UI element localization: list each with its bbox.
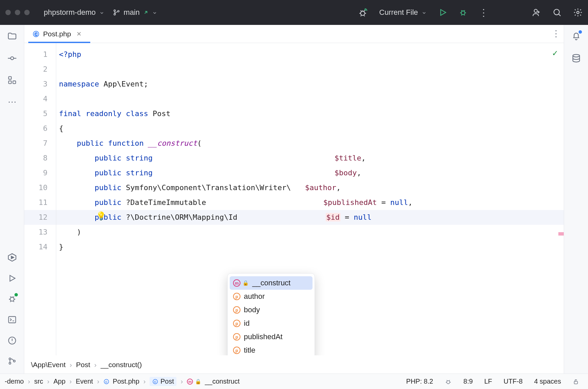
encoding[interactable]: UTF-8 — [503, 378, 523, 385]
crumb-namespace[interactable]: \App\Event — [31, 361, 66, 369]
notifications-icon[interactable] — [571, 31, 581, 41]
code-editor[interactable]: 123 456 789 1011 12 1314 ✓ <?php namespa… — [24, 43, 564, 355]
code-with-me-icon[interactable] — [531, 8, 541, 17]
svg-point-8 — [577, 11, 579, 14]
svg-marker-4 — [441, 9, 446, 15]
chevron-down-icon — [421, 8, 427, 17]
services-icon[interactable] — [7, 252, 17, 262]
svg-point-20 — [9, 362, 10, 364]
nav-crumb[interactable]: App — [54, 378, 66, 385]
right-tool-rail — [564, 25, 588, 374]
close-icon[interactable]: ✕ — [76, 30, 81, 38]
code-content[interactable]: ✓ <?php namespace App\Event; final reado… — [56, 43, 564, 355]
window-controls[interactable] — [5, 10, 30, 15]
error-stripe-marker[interactable] — [558, 232, 564, 236]
sticky-breadcrumbs: \App\Event › Post › __construct() — [24, 355, 564, 374]
nav-crumb[interactable]: __construct — [205, 378, 239, 385]
property-icon: p — [233, 306, 240, 314]
run-icon[interactable] — [438, 8, 447, 17]
nav-crumb[interactable]: src — [34, 378, 43, 385]
svg-marker-15 — [10, 275, 15, 281]
kebab-icon[interactable]: ⋮ — [479, 7, 488, 18]
cursor-position[interactable]: 8:9 — [463, 378, 473, 385]
popup-item-construct[interactable]: m 🔒 __construct — [230, 276, 313, 290]
project-selector[interactable]: phpstorm-demo — [44, 8, 105, 17]
nav-crumb[interactable]: Event — [76, 378, 93, 385]
line-separator[interactable]: LF — [484, 378, 492, 385]
popup-item-author[interactable]: p author — [228, 290, 315, 303]
tab-kebab-icon[interactable]: ⋮ — [552, 29, 560, 39]
gutter: 123 456 789 1011 12 1314 — [24, 43, 56, 355]
svg-point-2 — [118, 10, 119, 12]
project-folder-icon[interactable] — [7, 31, 17, 41]
branch-name: main — [124, 8, 140, 17]
search-icon[interactable] — [552, 8, 562, 17]
close-window[interactable] — [5, 10, 11, 15]
svg-text:C: C — [35, 32, 38, 36]
property-icon: p — [233, 347, 240, 354]
popup-item-id[interactable]: p id — [228, 317, 315, 330]
svg-point-3 — [361, 11, 365, 15]
commit-icon[interactable] — [7, 53, 17, 63]
chevron-down-icon — [152, 8, 158, 17]
left-tool-rail: ⋯ — [0, 25, 24, 374]
popup-item-publishedat[interactable]: p publishedAt — [228, 330, 315, 344]
nav-crumb[interactable]: -demo — [5, 378, 24, 385]
editor-tabs: C Post.php ✕ ⋮ — [24, 25, 564, 43]
crumb-class[interactable]: Post — [76, 361, 90, 369]
svg-point-19 — [9, 358, 10, 360]
svg-point-5 — [461, 11, 465, 15]
svg-rect-17 — [8, 317, 15, 323]
database-icon[interactable] — [571, 53, 581, 63]
more-icon[interactable]: ⋯ — [8, 97, 17, 107]
branch-selector[interactable]: main — [113, 8, 158, 17]
structure-popup: m 🔒 __construct p author p body p id — [227, 273, 315, 355]
lock-icon: 🔒 — [242, 280, 249, 286]
php-version[interactable]: PHP: 8.2 — [406, 378, 433, 385]
chevron-down-icon — [99, 8, 105, 17]
svg-point-29 — [447, 381, 450, 384]
editor-area: C Post.php ✕ ⋮ 123 456 789 1011 12 1314 … — [24, 25, 564, 374]
method-icon: m — [187, 379, 193, 385]
popup-item-title[interactable]: p title — [228, 344, 315, 355]
svg-point-16 — [10, 297, 14, 301]
problems-icon[interactable] — [7, 336, 17, 345]
structure-icon[interactable] — [7, 75, 17, 85]
svg-marker-14 — [11, 256, 14, 259]
svg-point-9 — [10, 57, 13, 60]
crumb-method[interactable]: __construct() — [101, 361, 142, 369]
readonly-lock-icon[interactable] — [573, 378, 579, 385]
maximize-window[interactable] — [24, 10, 30, 15]
indent[interactable]: 4 spaces — [534, 378, 561, 385]
popup-item-body[interactable]: p body — [228, 303, 315, 317]
debug-icon[interactable] — [459, 8, 467, 17]
vcs-icon[interactable] — [8, 357, 17, 365]
listening-icon[interactable] — [445, 378, 452, 385]
class-icon: C — [152, 379, 158, 385]
popup-item-label: __construct — [252, 279, 291, 287]
bug-services-icon[interactable] — [358, 7, 368, 17]
nav-crumb[interactable]: Post.php — [113, 378, 139, 385]
run-config-selector[interactable]: Current File — [379, 8, 427, 17]
svg-point-7 — [554, 9, 559, 15]
minimize-window[interactable] — [15, 10, 20, 15]
tab-post-php[interactable]: C Post.php ✕ — [28, 25, 86, 43]
inspection-ok-icon[interactable]: ✓ — [552, 48, 558, 58]
intention-bulb-icon[interactable]: 💡 — [96, 211, 106, 221]
run-tool-icon[interactable] — [8, 274, 17, 283]
property-icon: p — [233, 333, 240, 341]
property-icon: p — [233, 293, 240, 300]
svg-rect-10 — [8, 77, 11, 79]
lock-icon: 🔒 — [195, 379, 201, 385]
popup-item-label: id — [244, 319, 250, 328]
debug-tool-icon[interactable] — [7, 294, 17, 304]
terminal-icon[interactable] — [7, 315, 17, 324]
gear-icon[interactable] — [573, 8, 583, 17]
class-file-icon: C — [103, 379, 109, 385]
popup-item-label: body — [244, 306, 260, 314]
nav-crumb-class[interactable]: C Post — [150, 377, 176, 386]
svg-point-6 — [534, 9, 537, 12]
svg-rect-11 — [8, 81, 11, 83]
run-config-label: Current File — [379, 8, 418, 17]
svg-rect-12 — [13, 81, 15, 83]
